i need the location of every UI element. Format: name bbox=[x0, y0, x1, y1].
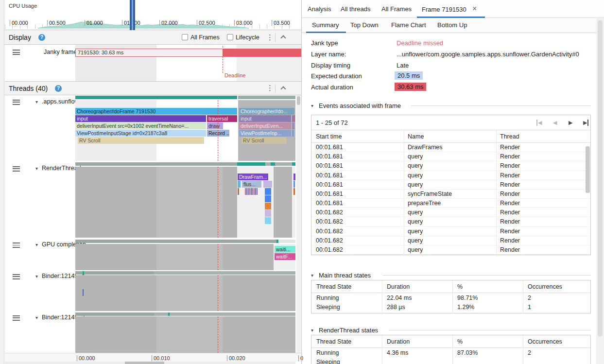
trace-event-bar[interactable] bbox=[293, 173, 295, 180]
table-row[interactable]: 00:01.681DrawFramesRender bbox=[311, 143, 590, 152]
scrollbar-thumb[interactable] bbox=[598, 20, 603, 336]
column-header[interactable]: Duration bbox=[387, 338, 410, 345]
tab-analysis[interactable]: Analysis bbox=[308, 5, 331, 13]
table-row[interactable]: 00:01.682queryRender bbox=[311, 236, 590, 245]
table-row[interactable]: 00:01.681syncFrameStateRender bbox=[311, 190, 590, 199]
drag-handle-icon[interactable] bbox=[13, 274, 20, 279]
scrollbar-thumb[interactable] bbox=[125, 362, 164, 364]
collapse-main-states-caret-icon[interactable]: ▾ bbox=[311, 273, 313, 278]
display-options-kebab-icon[interactable]: ⋮ bbox=[266, 33, 274, 42]
tab-frame-7191530[interactable]: Frame 7191530 bbox=[422, 6, 466, 13]
expand-caret-icon[interactable]: ▾ bbox=[35, 242, 38, 247]
column-header[interactable]: Occurrences bbox=[528, 283, 562, 290]
threads-options-kebab-icon[interactable]: ⋮ bbox=[266, 84, 274, 92]
table-row[interactable]: 00:01.682queryRender bbox=[311, 208, 590, 217]
column-header[interactable]: Thread State bbox=[316, 283, 351, 290]
expand-caret-icon[interactable]: ▾ bbox=[35, 99, 38, 104]
help-icon[interactable]: ? bbox=[38, 34, 45, 41]
trace-event-tick[interactable] bbox=[293, 188, 295, 195]
trace-event-bar[interactable] bbox=[265, 217, 271, 224]
events-table-scrollbar-thumb[interactable] bbox=[586, 146, 590, 193]
trace-event-bar-dimmed[interactable]: deliverInputEven... bbox=[239, 122, 291, 129]
table-row[interactable]: Running 22.04 ms 98.71% 2 bbox=[311, 293, 590, 302]
tab-bottom-up[interactable]: Bottom Up bbox=[437, 21, 467, 29]
trace-event-bar[interactable]: flus... bbox=[242, 181, 261, 188]
trace-event-bar-dimmed[interactable]: Choreographer#do... bbox=[239, 108, 294, 115]
trace-event-bar-dimmed[interactable]: input bbox=[239, 115, 291, 122]
tab-all-threads[interactable]: All threads bbox=[341, 5, 370, 13]
expand-caret-icon[interactable]: ▾ bbox=[35, 166, 38, 171]
drag-handle-icon[interactable] bbox=[13, 166, 20, 172]
expand-caret-icon[interactable]: ▾ bbox=[35, 315, 38, 320]
janky-frame-bar[interactable]: 7191530: 30.63 ms bbox=[75, 49, 223, 57]
trace-event-bar[interactable]: Choreographer#doFrame 7191530 bbox=[75, 108, 237, 115]
collapse-events-caret-icon[interactable]: ▾ bbox=[311, 103, 313, 108]
next-page-icon[interactable]: ▶ bbox=[569, 120, 572, 126]
trace-event-bar[interactable]: deliverInputEvent src=0x1002 eventTimeNa… bbox=[75, 122, 206, 129]
trace-event-bar[interactable] bbox=[265, 195, 271, 202]
trace-event-bar[interactable] bbox=[265, 203, 271, 209]
column-header[interactable]: Thread bbox=[500, 133, 519, 140]
trace-event-ticks-group[interactable] bbox=[245, 188, 258, 195]
trace-event-tick[interactable] bbox=[239, 181, 241, 188]
drag-handle-icon[interactable] bbox=[13, 243, 20, 248]
table-row[interactable]: 00:01.682queryRender bbox=[311, 245, 590, 255]
expand-caret-icon[interactable]: ▾ bbox=[35, 274, 38, 279]
trace-event-bar-dimmed[interactable] bbox=[292, 122, 294, 129]
trace-event-bar[interactable]: waitF... bbox=[275, 253, 295, 260]
close-tab-icon[interactable]: × bbox=[472, 5, 477, 13]
table-row[interactable]: Running 4.36 ms 87.03% 2 bbox=[311, 348, 590, 357]
trace-event-tick[interactable] bbox=[293, 181, 295, 188]
lifecycle-checkbox[interactable] bbox=[227, 34, 233, 40]
minimap-range-selection-handle[interactable] bbox=[130, 0, 135, 30]
trace-event-tick[interactable] bbox=[238, 188, 239, 195]
table-row[interactable]: 00:01.681queryRender bbox=[311, 161, 590, 171]
trace-event-bar[interactable]: waiti... bbox=[275, 246, 295, 253]
trace-event-bar[interactable]: Record ... bbox=[207, 130, 229, 137]
trace-event-bar-dimmed[interactable]: RV Scroll bbox=[242, 137, 287, 144]
trace-event-bar[interactable] bbox=[265, 188, 271, 195]
trace-event-bar[interactable]: traversal bbox=[207, 115, 237, 122]
column-header[interactable]: Occurrences bbox=[528, 338, 562, 345]
lifecycle-checkbox-label[interactable]: Lifecycle bbox=[236, 34, 259, 41]
help-icon[interactable]: ? bbox=[55, 85, 62, 92]
trace-event-bar[interactable]: ViewPostImeInputStage id=0x2187c3a8 bbox=[75, 130, 206, 137]
trace-event-bar-dimmed[interactable]: ViewPostImeInp... bbox=[239, 130, 291, 137]
all-frames-checkbox[interactable] bbox=[182, 34, 188, 40]
cpu-usage-minimap[interactable]: CPU Usage 00.000 00.500 01.000 01.500 02… bbox=[0, 0, 301, 30]
trace-event-bar[interactable]: DrawFram... bbox=[238, 173, 268, 180]
column-header[interactable]: % bbox=[457, 283, 463, 290]
table-row[interactable]: 00:01.681queryRender bbox=[311, 180, 590, 190]
table-row[interactable]: 00:01.681queryRender bbox=[311, 171, 590, 180]
table-row[interactable]: Sleeping bbox=[311, 357, 590, 364]
trace-event-bar[interactable]: RV Scroll bbox=[78, 137, 204, 144]
tab-top-down[interactable]: Top Down bbox=[350, 21, 379, 29]
table-row[interactable]: 00:01.682queryRender bbox=[311, 227, 590, 236]
trace-event-bar-dimmed[interactable] bbox=[292, 115, 295, 122]
collapse-display-chevron-icon[interactable] bbox=[280, 35, 286, 40]
trace-event-bar-dimmed[interactable] bbox=[292, 130, 294, 137]
tab-flame-chart[interactable]: Flame Chart bbox=[391, 21, 426, 29]
janky-frame-bar-overrun[interactable] bbox=[223, 49, 301, 57]
table-row[interactable]: 00:01.682queryRender bbox=[311, 217, 590, 226]
collapse-threads-chevron-icon[interactable] bbox=[280, 86, 286, 91]
collapse-render-states-caret-icon[interactable]: ▾ bbox=[311, 328, 313, 333]
tab-summary[interactable]: Summary bbox=[312, 21, 339, 29]
drag-handle-icon[interactable] bbox=[13, 315, 20, 321]
tab-all-frames[interactable]: All Frames bbox=[381, 5, 412, 13]
column-header[interactable]: Start time bbox=[316, 133, 342, 140]
column-header[interactable]: Duration bbox=[387, 283, 410, 290]
column-header[interactable]: % bbox=[457, 338, 463, 345]
first-page-icon[interactable]: ◀ bbox=[536, 120, 542, 126]
drag-handle-icon[interactable] bbox=[13, 50, 20, 55]
table-row[interactable]: 00:01.681prepareTreeRender bbox=[311, 199, 590, 208]
right-panel-scrollbar[interactable] bbox=[596, 18, 604, 364]
horizontal-scrollbar[interactable] bbox=[5, 362, 295, 364]
previous-page-icon[interactable]: ◀ bbox=[553, 120, 557, 126]
table-row[interactable]: 00:01.681queryRender bbox=[311, 152, 590, 161]
scrollbar-thumb[interactable] bbox=[297, 96, 300, 105]
trace-event-bar[interactable]: input bbox=[75, 115, 206, 122]
column-header[interactable]: Name bbox=[408, 133, 424, 140]
column-header[interactable]: Thread State bbox=[316, 338, 351, 345]
trace-event-bar[interactable]: draw bbox=[207, 122, 223, 129]
